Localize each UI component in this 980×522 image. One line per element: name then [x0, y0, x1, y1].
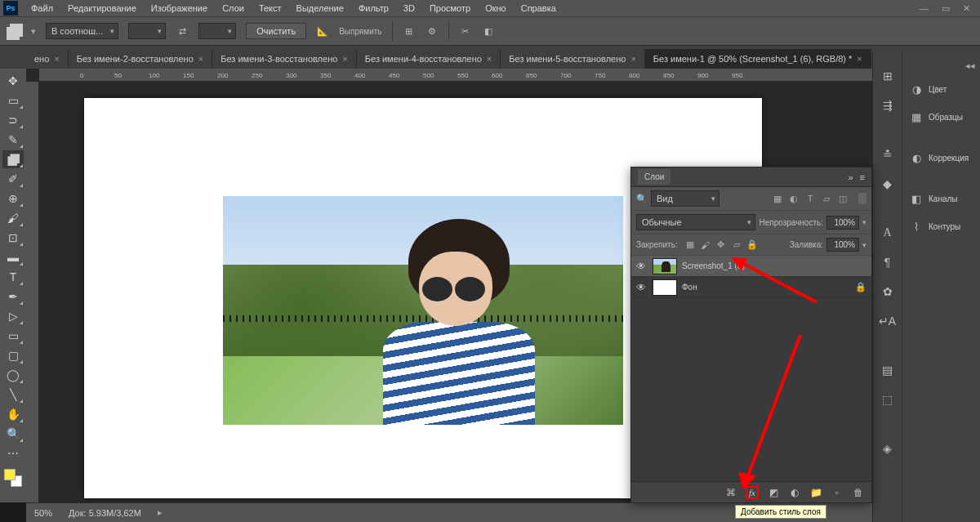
menu-window[interactable]: Окно	[479, 2, 513, 15]
brush-tool[interactable]: 🖌	[2, 209, 24, 227]
new-layer-icon[interactable]: ▫	[831, 486, 844, 499]
crop-height-input[interactable]	[198, 23, 236, 39]
layers-tab[interactable]: Слои	[638, 169, 670, 185]
visibility-toggle-icon[interactable]: 👁	[636, 261, 648, 272]
menu-layers[interactable]: Слои	[216, 2, 251, 15]
filter-pixel-icon[interactable]: ▦	[772, 193, 783, 204]
grid-overlay-icon[interactable]: ⊞	[403, 25, 416, 38]
lock-icon[interactable]: 🔒	[855, 282, 866, 292]
layer-thumbnail[interactable]	[653, 279, 677, 296]
tab-close-icon[interactable]: ×	[54, 54, 59, 64]
tab-close-icon[interactable]: ×	[342, 54, 347, 64]
shape-ellipse-tool[interactable]: ◯	[2, 366, 24, 384]
shape-line-tool[interactable]: ╲	[2, 386, 24, 404]
character-icon[interactable]: A	[879, 224, 897, 242]
eyedropper-tool[interactable]: ✐	[2, 170, 24, 188]
doc-tab-4[interactable]: Без имени-5-восстановлено×	[501, 49, 645, 69]
doc-tab-3[interactable]: Без имени-4-восстановлено×	[357, 49, 501, 69]
filter-shape-icon[interactable]: ▱	[821, 193, 832, 204]
dock-collapse-icon[interactable]: ◂◂	[965, 60, 975, 71]
delete-layer-icon[interactable]: 🗑	[852, 486, 865, 499]
menu-edit[interactable]: Редактирование	[61, 2, 143, 15]
menu-image[interactable]: Изображение	[145, 2, 214, 15]
properties-icon[interactable]: ⊞	[879, 67, 897, 85]
shape-rounded-tool[interactable]: ▢	[2, 346, 24, 364]
tab-close-icon[interactable]: ×	[198, 54, 203, 64]
doc-size[interactable]: Док: 5.93M/3,62M	[69, 508, 141, 518]
close-icon[interactable]: ✕	[963, 3, 970, 14]
menu-text[interactable]: Текст	[252, 2, 288, 15]
lock-pixels-icon[interactable]: 🖌	[700, 239, 711, 251]
foreground-color[interactable]	[4, 469, 16, 480]
pen-tool[interactable]: ✒	[2, 288, 24, 306]
quick-select-tool[interactable]: ✎	[2, 131, 24, 149]
channels-panel-button[interactable]: ◧Каналы	[907, 189, 975, 208]
clear-button[interactable]: Очистить	[246, 23, 306, 39]
move-tool[interactable]: ✥	[2, 72, 24, 90]
marquee-tool[interactable]: ▭	[2, 91, 24, 109]
menu-view[interactable]: Просмотр	[423, 2, 477, 15]
straighten-icon[interactable]: 📐	[316, 25, 329, 38]
hand-tool[interactable]: ✋	[2, 405, 24, 423]
opacity-input[interactable]: 100%	[826, 216, 859, 230]
filter-type-icon[interactable]: T	[804, 193, 816, 204]
paths-panel-button[interactable]: ⌇Контуры	[907, 216, 975, 236]
3d-icon[interactable]: ⬚	[879, 390, 897, 408]
adjustments-icon[interactable]: ≛	[879, 145, 897, 163]
crop-ratio-dropdown[interactable]: В соотнош...	[46, 23, 118, 39]
paragraph-icon[interactable]: ¶	[879, 253, 897, 271]
swap-dimensions-icon[interactable]: ⇄	[176, 25, 189, 38]
filter-adjust-icon[interactable]: ◐	[788, 193, 800, 204]
color-panel-button[interactable]: ◑Цвет	[907, 79, 975, 99]
color-swatches[interactable]	[4, 469, 22, 487]
delete-pixels-icon[interactable]: ✂	[459, 25, 472, 38]
ruler-vertical[interactable]	[26, 82, 39, 502]
lock-artboard-icon[interactable]: ▱	[731, 239, 742, 251]
doc-tab-active[interactable]: Без имени-1 @ 50% (Screenshot_1 (6), RGB…	[645, 49, 871, 69]
menu-help[interactable]: Справка	[514, 2, 563, 15]
minimize-icon[interactable]: —	[920, 3, 929, 14]
layers-panel-header[interactable]: Слои » ≡	[631, 167, 871, 187]
doc-tab-2[interactable]: Без имени-3-восстановлено×	[212, 49, 357, 69]
lock-transparency-icon[interactable]: ▦	[684, 239, 696, 251]
stamp-tool[interactable]: ⊡	[2, 229, 24, 247]
blend-mode-dropdown[interactable]: Обычные	[636, 214, 755, 230]
menu-file[interactable]: Файл	[24, 2, 60, 15]
heal-tool[interactable]: ⊕	[2, 190, 24, 207]
menu-filter[interactable]: Фильтр	[352, 2, 395, 15]
lasso-tool[interactable]: ⊃	[2, 111, 24, 129]
menu-select[interactable]: Выделение	[290, 2, 350, 15]
tab-close-icon[interactable]: ×	[857, 54, 862, 64]
filter-kind-dropdown[interactable]: Вид	[651, 190, 719, 207]
crop-width-input[interactable]	[128, 23, 166, 39]
zoom-tool[interactable]: 🔍	[2, 425, 24, 443]
layer-name[interactable]: Фон	[682, 283, 697, 292]
search-icon[interactable]: 🔍	[636, 194, 648, 204]
correction-panel-button[interactable]: ◐Коррекция	[907, 148, 975, 167]
lock-all-icon[interactable]: 🔒	[746, 239, 758, 251]
filter-toggle-icon[interactable]	[858, 193, 866, 204]
styles-icon[interactable]: ◆	[879, 175, 897, 193]
zoom-level[interactable]: 50%	[34, 508, 52, 518]
tab-close-icon[interactable]: ×	[487, 54, 492, 64]
char-styles-icon[interactable]: ↵A	[879, 312, 897, 330]
gradient-tool[interactable]: ▬	[2, 248, 24, 266]
swatches-panel-button[interactable]: ▦Образцы	[907, 107, 975, 127]
brushes-icon[interactable]: ⇶	[879, 96, 897, 114]
collapse-icon[interactable]: »	[848, 172, 853, 182]
layers-dock-icon[interactable]: ◈	[879, 439, 897, 457]
path-select-tool[interactable]: ▷	[2, 307, 24, 325]
doc-tab-1[interactable]: Без имени-2-восстановлено×	[69, 49, 213, 69]
crop-settings-icon[interactable]: ⚙	[425, 25, 439, 38]
fill-input[interactable]: 100%	[826, 238, 859, 252]
crop-tool[interactable]	[2, 150, 24, 168]
type-tool[interactable]: T	[2, 268, 24, 286]
content-aware-icon[interactable]: ◧	[482, 25, 495, 38]
filter-smart-icon[interactable]: ◫	[837, 193, 849, 204]
lock-position-icon[interactable]: ✥	[715, 239, 727, 251]
ruler-horizontal[interactable]: 0501001502002503003504004505005506006507…	[39, 69, 872, 82]
menu-3d[interactable]: 3D	[397, 2, 421, 15]
shape-rect-tool[interactable]: ▭	[2, 327, 24, 345]
libraries-icon[interactable]: ▤	[879, 361, 897, 379]
visibility-toggle-icon[interactable]: 👁	[636, 282, 648, 293]
